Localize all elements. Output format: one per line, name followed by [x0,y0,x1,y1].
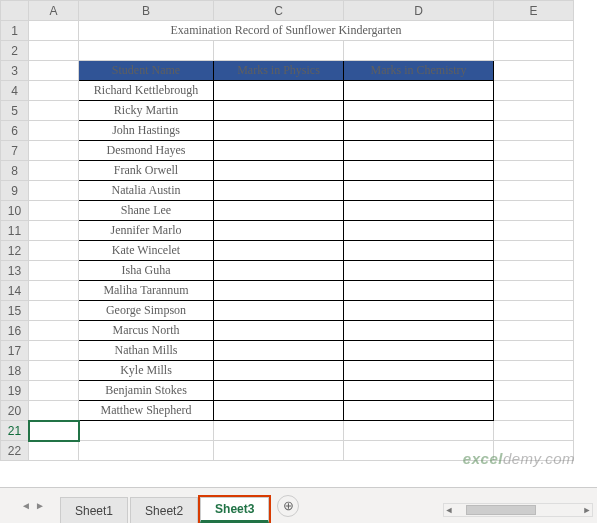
row-header-22[interactable]: 22 [1,441,29,461]
cell-E10[interactable] [494,201,574,221]
col-header-E[interactable]: E [494,1,574,21]
cell-B16[interactable]: Marcus North [79,321,214,341]
row-header-18[interactable]: 18 [1,361,29,381]
cell-E1[interactable] [494,21,574,41]
cell-E6[interactable] [494,121,574,141]
tab-nav-next-icon[interactable]: ► [34,500,46,512]
cell-B1[interactable]: Examination Record of Sunflower Kinderga… [79,21,494,41]
cell-B15[interactable]: George Simpson [79,301,214,321]
cell-D19[interactable] [344,381,494,401]
cell-C7[interactable] [214,141,344,161]
cell-B5[interactable]: Ricky Martin [79,101,214,121]
cell-C12[interactable] [214,241,344,261]
cell-E3[interactable] [494,61,574,81]
col-header-C[interactable]: C [214,1,344,21]
add-sheet-button[interactable]: ⊕ [277,495,299,517]
cell-C11[interactable] [214,221,344,241]
cell-E14[interactable] [494,281,574,301]
cell-A17[interactable] [29,341,79,361]
cell-B9[interactable]: Natalia Austin [79,181,214,201]
cell-A7[interactable] [29,141,79,161]
cell-C21[interactable] [214,421,344,441]
cell-E15[interactable] [494,301,574,321]
cell-E7[interactable] [494,141,574,161]
cell-A14[interactable] [29,281,79,301]
scroll-left-icon[interactable]: ◄ [444,505,454,515]
cell-E12[interactable] [494,241,574,261]
cell-E19[interactable] [494,381,574,401]
cell-A10[interactable] [29,201,79,221]
row-header-1[interactable]: 1 [1,21,29,41]
row-header-14[interactable]: 14 [1,281,29,301]
cell-B18[interactable]: Kyle Mills [79,361,214,381]
cell-B6[interactable]: John Hastings [79,121,214,141]
cell-B14[interactable]: Maliha Tarannum [79,281,214,301]
cell-B12[interactable]: Kate Wincelet [79,241,214,261]
cell-C2[interactable] [214,41,344,61]
cell-A3[interactable] [29,61,79,81]
cell-E17[interactable] [494,341,574,361]
cell-E2[interactable] [494,41,574,61]
cell-C22[interactable] [214,441,344,461]
row-header-11[interactable]: 11 [1,221,29,241]
scrollbar-thumb[interactable] [466,505,536,515]
cell-C14[interactable] [214,281,344,301]
row-header-20[interactable]: 20 [1,401,29,421]
cell-C13[interactable] [214,261,344,281]
cell-D21[interactable] [344,421,494,441]
cell-B2[interactable] [79,41,214,61]
cell-A18[interactable] [29,361,79,381]
row-header-8[interactable]: 8 [1,161,29,181]
cell-A1[interactable] [29,21,79,41]
cell-D20[interactable] [344,401,494,421]
select-all-corner[interactable] [1,1,29,21]
cell-D7[interactable] [344,141,494,161]
cell-D8[interactable] [344,161,494,181]
row-header-3[interactable]: 3 [1,61,29,81]
col-header-B[interactable]: B [79,1,214,21]
cell-B17[interactable]: Nathan Mills [79,341,214,361]
tab-nav-prev-icon[interactable]: ◄ [20,500,32,512]
cell-E21[interactable] [494,421,574,441]
row-header-16[interactable]: 16 [1,321,29,341]
cell-A15[interactable] [29,301,79,321]
row-header-15[interactable]: 15 [1,301,29,321]
cell-A12[interactable] [29,241,79,261]
row-header-10[interactable]: 10 [1,201,29,221]
cell-B13[interactable]: Isha Guha [79,261,214,281]
cell-A6[interactable] [29,121,79,141]
cell-A20[interactable] [29,401,79,421]
cell-D13[interactable] [344,261,494,281]
cell-D10[interactable] [344,201,494,221]
sheet-tab-sheet3[interactable]: Sheet3 [200,497,269,523]
cell-C20[interactable] [214,401,344,421]
row-header-7[interactable]: 7 [1,141,29,161]
cell-B3[interactable]: Student Name [79,61,214,81]
cell-E18[interactable] [494,361,574,381]
col-header-D[interactable]: D [344,1,494,21]
row-header-12[interactable]: 12 [1,241,29,261]
cell-B11[interactable]: Jennifer Marlo [79,221,214,241]
cell-C10[interactable] [214,201,344,221]
row-header-17[interactable]: 17 [1,341,29,361]
cell-D9[interactable] [344,181,494,201]
row-header-5[interactable]: 5 [1,101,29,121]
cell-D14[interactable] [344,281,494,301]
cell-A5[interactable] [29,101,79,121]
cell-C3[interactable]: Marks in Physics [214,61,344,81]
cell-E11[interactable] [494,221,574,241]
cell-D11[interactable] [344,221,494,241]
cell-E20[interactable] [494,401,574,421]
cell-C5[interactable] [214,101,344,121]
cell-B7[interactable]: Desmond Hayes [79,141,214,161]
sheet-tab-sheet1[interactable]: Sheet1 [60,497,128,523]
cell-C8[interactable] [214,161,344,181]
cell-D4[interactable] [344,81,494,101]
cell-D22[interactable] [344,441,494,461]
cell-C19[interactable] [214,381,344,401]
cell-A2[interactable] [29,41,79,61]
cell-E5[interactable] [494,101,574,121]
cell-C4[interactable] [214,81,344,101]
cell-D15[interactable] [344,301,494,321]
cell-C6[interactable] [214,121,344,141]
